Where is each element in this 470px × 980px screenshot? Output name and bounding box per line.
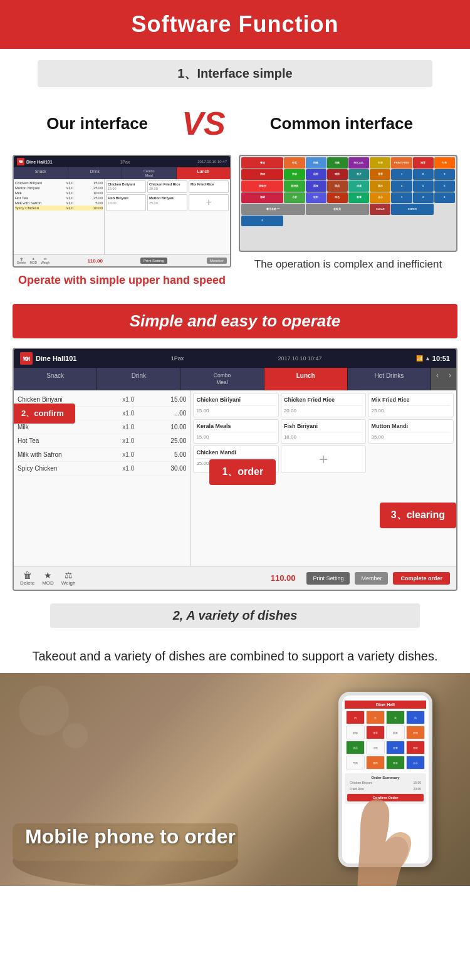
- print-setting-button[interactable]: Print Setting: [306, 572, 350, 585]
- weigh-icon-group[interactable]: ⚖Weigh: [41, 257, 50, 264]
- lpos-menu-item-fried-rice[interactable]: Chicken Fried Rice 20.00: [281, 393, 367, 417]
- add-icon[interactable]: +: [319, 449, 328, 470]
- tab-drink-large[interactable]: Drink: [97, 368, 180, 390]
- item-qty: x1.0: [62, 201, 78, 205]
- phone-menu-grid: 鸡 鱼 菜 汤 炒饭 排骨 面食 饮料 甜品 小吃 套餐 海鲜 牛肉 猪肉 素食…: [345, 709, 426, 771]
- wifi-icon: 📶: [416, 355, 423, 362]
- menu-price: 20.00: [149, 187, 185, 191]
- item-hottea: Hot Tea: [18, 437, 113, 444]
- menu-item[interactable]: +: [189, 194, 229, 211]
- simple-pos-screen: 🍽 Dine Hall101 1Pax 2017.10.10 10:47 Sna…: [13, 155, 231, 268]
- menu-name: Chicken Biriyani: [108, 182, 144, 187]
- tab-lunch-large[interactable]: Lunch: [264, 368, 348, 390]
- tab-lunch[interactable]: Lunch: [177, 167, 231, 179]
- lpos-menu-item-mix-rice[interactable]: Mix Fried Rice 25.00: [368, 393, 454, 417]
- cpx-btn: 1: [391, 192, 412, 204]
- lpos-time: 10:51: [432, 355, 450, 362]
- menu-item[interactable]: Fish Biriyani 18.00: [106, 194, 146, 211]
- order-button[interactable]: 1、order: [209, 459, 276, 485]
- print-setting-button[interactable]: Print Setting: [140, 258, 167, 264]
- clearing-button[interactable]: 3、clearing: [380, 503, 456, 528]
- star-icon: ★: [32, 257, 34, 261]
- menu-name: Fish Biriyani: [284, 422, 363, 430]
- menu-item[interactable]: Mutton Biriyani 25.00: [147, 194, 187, 211]
- menu-item[interactable]: Chicken Fried Rice 20.00: [147, 180, 187, 193]
- signal-icon: ▲: [425, 355, 431, 362]
- pos-footer: 🗑Delete ★MOD ⚖Weigh 110.00 Print Setting…: [14, 254, 230, 266]
- member-button[interactable]: Member: [207, 258, 227, 264]
- cpx-btn: 汤粉: [306, 169, 326, 180]
- tab-hotdrinks-large[interactable]: Hot Drinks: [348, 368, 431, 390]
- menu-name: Mutton Mandi: [371, 422, 451, 430]
- menu-name: Mix Fried Rice: [371, 396, 451, 404]
- cpx-btn: 凉菜: [348, 180, 369, 192]
- lpos-menu-item-kerala[interactable]: Kerala Meals 15.00: [193, 419, 279, 444]
- lpos-menu-item-add[interactable]: +: [281, 446, 367, 473]
- menu-name: Mutton Biriyani: [149, 196, 185, 201]
- lpos-menu-item-fish[interactable]: Fish Biriyani 18.00: [281, 419, 367, 444]
- red-banner-text: Simple and easy to operate: [130, 311, 341, 330]
- mod-button[interactable]: ★ MOD: [42, 570, 54, 586]
- tab-nav-left[interactable]: ‹: [431, 368, 444, 390]
- phone-cell: 饮料: [406, 726, 425, 739]
- tab-nav-right[interactable]: ›: [444, 368, 456, 390]
- item-name: Milk with Safron: [15, 201, 62, 205]
- tab-combo-large[interactable]: ComboMeal: [180, 368, 264, 390]
- weigh-button[interactable]: ⚖ Weigh: [61, 570, 76, 586]
- pos-comparison: 🍽 Dine Hall101 1Pax 2017.10.10 10:47 Sna…: [0, 149, 470, 295]
- cpx-btn: 饮料: [306, 192, 326, 204]
- pos-order-row: Milk with Safron x1.0 5.00: [15, 201, 103, 206]
- add-item-icon[interactable]: +: [206, 196, 211, 209]
- tab-combo[interactable]: ComboMeal: [122, 167, 176, 179]
- delete-button[interactable]: 🗑 Delete: [20, 570, 34, 586]
- phone-cell: 甜品: [346, 741, 365, 754]
- cpx-btn: 结账: [306, 157, 326, 169]
- pos-menu-grid: Chicken Biriyani 15.00 Chicken Fried Ric…: [105, 179, 230, 254]
- lpos-datetime: 2017.10.10 10:47: [278, 355, 322, 362]
- tab-snack-large[interactable]: Snack: [14, 368, 97, 390]
- item-qty: x1.0: [62, 191, 78, 195]
- restaurant-area: Mobile phone to order Dine Hall 鸡 鱼 菜 汤 …: [0, 673, 470, 886]
- pos-order-row: Chicken Biriyani x1.0 15.00: [15, 180, 103, 185]
- cpx-btn: 盖浇饭: [284, 180, 305, 192]
- lpos-order-item: Spicy Chicken x1.0 30.00: [16, 462, 187, 476]
- cpx-btn: 3: [434, 192, 455, 204]
- menu-item[interactable]: Chicken Biriyani 15.00: [106, 180, 146, 193]
- cpx-btn: 排骨: [370, 169, 390, 180]
- complete-order-button[interactable]: Complete order: [393, 572, 450, 585]
- item-price: 30.00: [78, 206, 103, 210]
- item-price: ...00: [144, 410, 186, 417]
- lpos-menu-item-mutton-mandi[interactable]: Mutton Mandi 35.00: [368, 419, 454, 444]
- mod-icon-group[interactable]: ★MOD: [29, 257, 37, 264]
- pos-body: Chicken Biriyani x1.0 15.00 Mutton Biriy…: [14, 179, 230, 254]
- tab-drink[interactable]: Drink: [68, 167, 122, 179]
- delete-icon-group[interactable]: 🗑Delete: [17, 257, 26, 264]
- menu-price: 20.00: [284, 407, 363, 414]
- mod-label: MOD: [42, 580, 54, 586]
- cpx-btn: 0: [241, 216, 283, 227]
- lpos-order-item: Mutton Biriy... x1.0 ...00 2、confirm: [16, 407, 187, 420]
- member-button[interactable]: Member: [355, 572, 388, 585]
- menu-name: Chicken Mandi: [196, 449, 276, 457]
- vs-icon: VS: [182, 105, 225, 142]
- item-name: Milk: [15, 191, 62, 195]
- hand-svg: [307, 767, 445, 886]
- tab-snack[interactable]: Snack: [14, 167, 68, 179]
- phone-cell: 鸡: [346, 711, 365, 724]
- phone-cell: 面食: [386, 726, 405, 739]
- lpos-menu-item-chicken-biriyani[interactable]: Chicken Biriyani 15.00: [193, 393, 279, 417]
- bg-decor2: [63, 723, 88, 748]
- menu-item[interactable]: Mix Fried Rice: [189, 180, 229, 193]
- item-price: 10.00: [78, 191, 103, 195]
- item-qty: x1.0: [113, 465, 145, 472]
- phone-cell: 小吃: [366, 741, 385, 754]
- cpx-btn: 外卖: [284, 157, 305, 169]
- our-interface-label: Our interface: [19, 114, 175, 133]
- item-qty: x1.0: [62, 206, 78, 210]
- confirm-button[interactable]: 2、confirm: [13, 404, 75, 424]
- item-price: 5.00: [144, 451, 186, 458]
- item-price: 5.00: [78, 201, 103, 205]
- scale-icon: ⚖: [61, 570, 76, 580]
- item-price: 30.00: [144, 465, 186, 472]
- cpx-btn: 9: [434, 169, 455, 180]
